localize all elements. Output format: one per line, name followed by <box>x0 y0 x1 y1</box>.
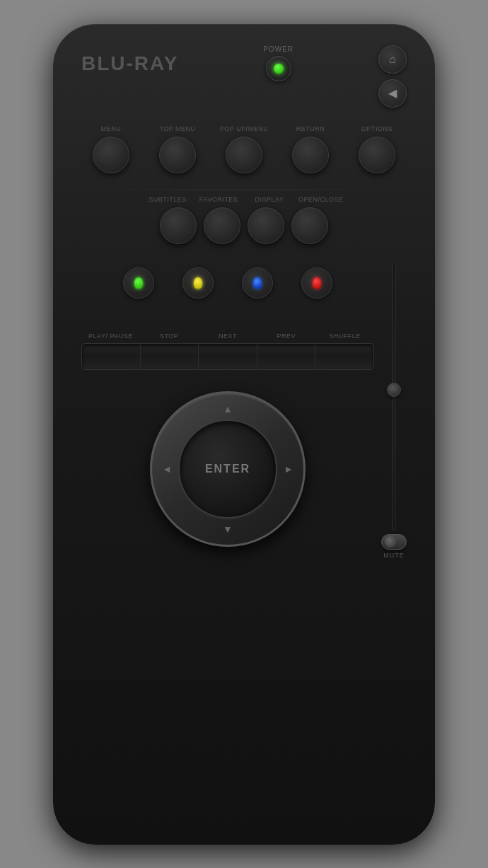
favorites-button[interactable] <box>204 207 240 244</box>
row1-labels: MENU TOP MENU POP UP/MENU RETURN OPTIONS <box>78 125 410 132</box>
red-led <box>313 277 321 289</box>
dpad-right-arrow[interactable]: ► <box>284 463 294 475</box>
return-label: RETURN <box>286 125 335 132</box>
stop-label: STOP <box>140 332 199 340</box>
return-button[interactable] <box>292 137 329 173</box>
controls-column: PLAY/ PAUSE STOP NEXT PREV SHUFFLE ▲ <box>81 262 374 559</box>
display-button[interactable] <box>248 207 284 244</box>
open-close-label: OPEN/CLOSE <box>298 196 342 203</box>
options-label: OPTIONS <box>352 125 402 132</box>
back-button[interactable]: ◀ <box>378 79 407 108</box>
home-icon: ⌂ <box>389 53 396 66</box>
blue-button[interactable] <box>242 267 273 299</box>
back-icon: ◀ <box>388 86 397 100</box>
power-led <box>274 64 284 74</box>
red-button[interactable] <box>301 267 332 299</box>
menu-label: MENU <box>86 125 136 132</box>
subtitles-label: SUBTITLES <box>146 196 190 203</box>
slider-column: MUTE <box>381 262 407 559</box>
play-pause-button[interactable] <box>82 344 141 369</box>
prev-label: PREV <box>257 332 315 340</box>
row2-section: SUBTITLES FAVORITES DISPLAY OPEN/CLOSE <box>67 196 421 244</box>
green-led <box>134 277 143 289</box>
display-label: DISPLAY <box>248 196 291 203</box>
brand-title: BLU-RAY <box>81 52 178 75</box>
shuffle-button[interactable] <box>315 344 373 369</box>
slider-thumb[interactable] <box>387 383 401 397</box>
home-button[interactable]: ⌂ <box>378 45 407 74</box>
mute-section: MUTE <box>381 534 407 559</box>
power-button[interactable] <box>266 56 291 81</box>
prev-button[interactable] <box>257 344 316 369</box>
top-menu-label: TOP MENU <box>153 125 202 132</box>
volume-slider[interactable] <box>393 262 395 531</box>
options-button[interactable] <box>359 137 395 173</box>
enter-label: ENTER <box>205 463 250 475</box>
row2-labels: SUBTITLES FAVORITES DISPLAY OPEN/CLOSE <box>78 196 410 203</box>
header-row: BLU-RAY POWER ⌂ ◀ <box>67 45 421 108</box>
color-slider-section: PLAY/ PAUSE STOP NEXT PREV SHUFFLE ▲ <box>67 262 421 559</box>
dpad-section: ▲ ▼ ◄ ► ENTER <box>150 391 306 547</box>
dpad-outer: ▲ ▼ ◄ ► ENTER <box>150 391 306 547</box>
popup-menu-button[interactable] <box>226 137 262 173</box>
mute-button[interactable] <box>381 534 407 550</box>
mute-toggle-knob <box>385 536 396 548</box>
dpad-left-arrow[interactable]: ◄ <box>162 463 172 475</box>
playback-bar <box>81 343 374 370</box>
menu-button[interactable] <box>93 137 129 173</box>
next-label: NEXT <box>199 332 257 340</box>
playback-section: PLAY/ PAUSE STOP NEXT PREV SHUFFLE <box>81 332 374 370</box>
color-btn-row <box>92 262 364 304</box>
playback-labels: PLAY/ PAUSE STOP NEXT PREV SHUFFLE <box>81 332 374 340</box>
yellow-button[interactable] <box>182 267 214 299</box>
top-menu-button[interactable] <box>159 137 196 173</box>
color-buttons-section <box>81 262 374 304</box>
stop-button[interactable] <box>141 344 199 369</box>
yellow-led <box>194 277 202 289</box>
dpad-up-arrow[interactable]: ▲ <box>223 403 233 415</box>
subtitles-button[interactable] <box>160 207 197 244</box>
blue-led <box>253 277 262 289</box>
row1-buttons <box>78 137 410 173</box>
enter-button[interactable]: ENTER <box>178 419 277 519</box>
favorites-label: FAVORITES <box>197 196 240 203</box>
play-pause-label: PLAY/ PAUSE <box>81 332 140 340</box>
popup-menu-label: POP UP/MENU <box>219 125 269 132</box>
dpad-down-arrow[interactable]: ▼ <box>223 523 233 535</box>
power-label: POWER <box>263 45 294 53</box>
green-button[interactable] <box>123 267 154 299</box>
next-button[interactable] <box>199 344 257 369</box>
row2-buttons <box>78 207 410 244</box>
row1-section: MENU TOP MENU POP UP/MENU RETURN OPTIONS <box>67 125 421 173</box>
remote-control: BLU-RAY POWER ⌂ ◀ MENU TOP MENU POP UP/M… <box>53 24 435 845</box>
side-buttons: ⌂ ◀ <box>378 45 407 108</box>
divider1 <box>85 190 403 190</box>
mute-label: MUTE <box>383 552 405 559</box>
shuffle-label: SHUFFLE <box>315 332 374 340</box>
open-close-button[interactable] <box>291 207 328 244</box>
